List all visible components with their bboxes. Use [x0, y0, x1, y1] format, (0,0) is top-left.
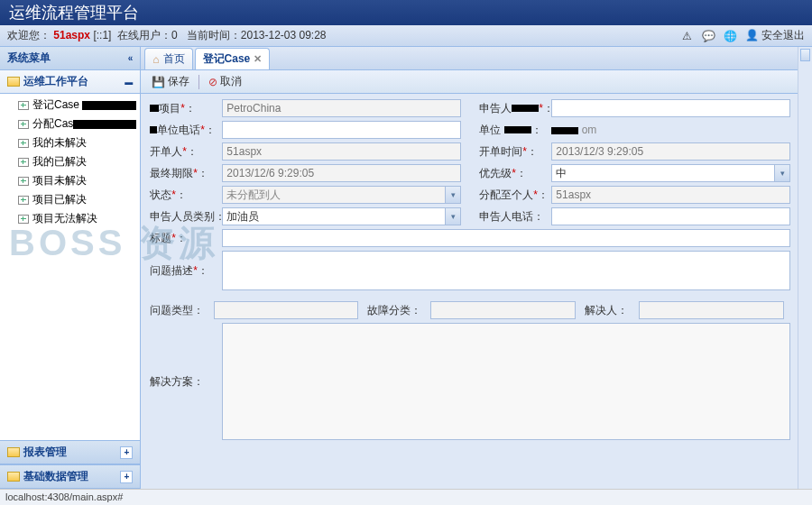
online-label: 在线用户： — [117, 29, 171, 41]
folder-icon — [7, 472, 20, 482]
project-input[interactable] — [222, 99, 461, 117]
form-area: 项目*： 申告人*： 单位电话*： 单位 ： om — [141, 94, 812, 489]
current-user: 51aspx — [53, 29, 90, 41]
solution-label: 解决方案： — [150, 374, 222, 390]
chevron-down-icon: ▾ — [774, 165, 789, 181]
alert-icon[interactable]: ⚠ — [680, 29, 695, 43]
expand-icon[interactable]: + — [120, 471, 133, 483]
nav-tree: 登记Case 分配Cas 我的未解决 我的已解决 项目未解决 项目已解决 项目无… — [0, 94, 140, 440]
title-label: 标题*： — [150, 231, 222, 246]
nav-proj-unresolved[interactable]: 项目未解决 — [0, 171, 140, 190]
assignee-input — [551, 186, 790, 204]
chevron-down-icon: ▾ — [445, 187, 460, 203]
title-input[interactable] — [222, 229, 790, 247]
nav-proj-cannot-resolve[interactable]: 项目无法解决 — [0, 209, 140, 228]
nav-my-unresolved[interactable]: 我的未解决 — [0, 133, 140, 152]
creator-input — [222, 142, 461, 161]
app-title: 运维流程管理平台 — [0, 0, 812, 25]
tab-home[interactable]: ⌂ 首页 — [144, 48, 192, 69]
unit-label: 单位 ： — [479, 123, 551, 138]
desc-label: 问题描述*： — [150, 263, 222, 279]
nav-proj-resolved[interactable]: 项目已解决 — [0, 190, 140, 209]
logout-button[interactable]: 👤 安全退出 — [745, 28, 805, 43]
tab-register-case[interactable]: 登记Case ✕ — [195, 48, 271, 69]
home-icon: ⌂ — [152, 53, 159, 66]
panel-collapse-icon[interactable]: ▬ — [125, 78, 133, 87]
nav-register-case[interactable]: 登记Case — [0, 96, 140, 115]
unit-display: om — [551, 124, 790, 136]
doc-icon — [18, 101, 29, 110]
reporter-phone-input[interactable] — [551, 207, 790, 225]
doc-icon — [18, 215, 29, 224]
separator — [198, 75, 199, 89]
nav-assign-case[interactable]: 分配Cas — [0, 115, 140, 133]
welcome-label: 欢迎您： — [7, 29, 51, 41]
time-label: 当前时间： — [187, 29, 241, 41]
creator-label: 开单人*： — [150, 144, 222, 160]
sidebar-header[interactable]: 系统菜单 « — [0, 47, 140, 70]
doc-icon — [18, 177, 29, 186]
issue-type-input — [214, 301, 358, 319]
resolver-label: 解决人： — [585, 303, 639, 318]
folder-icon — [7, 447, 20, 457]
status-label: 状态*： — [150, 188, 222, 203]
reporter-type-select[interactable]: 加油员▾ — [222, 207, 461, 225]
solution-textarea — [222, 323, 790, 440]
doc-icon — [18, 158, 29, 167]
reports-label: 报表管理 — [23, 445, 67, 460]
deadline-input[interactable] — [222, 164, 461, 182]
reporter-input[interactable] — [551, 99, 790, 117]
basedata-panel-header[interactable]: 基础数据管理 + — [0, 464, 140, 489]
create-time-label: 开单时间*： — [479, 144, 551, 160]
nav-my-resolved[interactable]: 我的已解决 — [0, 152, 140, 171]
globe-icon[interactable]: 🌐 — [724, 29, 738, 43]
reporter-type-label: 申告人员类别： — [150, 209, 222, 225]
reporter-label: 申告人*： — [479, 101, 551, 116]
unit-phone-input[interactable] — [222, 121, 461, 139]
tab-bar: ⌂ 首页 登记Case ✕ — [141, 47, 812, 70]
deadline-label: 最终期限*： — [150, 166, 222, 181]
scrollbar[interactable] — [798, 47, 812, 489]
user-ip: [::1] — [93, 29, 111, 41]
fault-class-label: 故障分类： — [367, 303, 430, 318]
unit-phone-label: 单位电话*： — [150, 123, 222, 138]
cancel-button[interactable]: ⊘取消 — [203, 72, 247, 91]
footer-url: localhost:4308/main.aspx# — [0, 489, 812, 505]
online-count: 0 — [171, 29, 178, 41]
sidebar-title: 系统菜单 — [7, 50, 51, 66]
cancel-icon: ⊘ — [208, 76, 217, 88]
status-bar: 欢迎您： 51aspx [::1] 在线用户：0 当前时间：2013-12-03… — [0, 25, 812, 47]
workspace-root-label: 运维工作平台 — [23, 74, 88, 89]
time-value: 2013-12-03 09:28 — [241, 29, 327, 41]
toolbar: 💾保存 ⊘取消 — [141, 70, 812, 94]
reporter-phone-label: 申告人电话： — [479, 209, 551, 225]
chat-icon[interactable]: 💬 — [702, 29, 716, 43]
sidebar: 系统菜单 « 运维工作平台 ▬ 登记Case 分配Cas 我的未解决 我的已解决… — [0, 47, 141, 489]
basedata-label: 基础数据管理 — [23, 469, 88, 484]
priority-select[interactable]: 中▾ — [551, 164, 790, 182]
assignee-label: 分配至个人*： — [479, 188, 551, 203]
project-label: 项目*： — [150, 101, 222, 116]
chevron-down-icon: ▾ — [445, 208, 460, 225]
fault-class-input — [430, 301, 576, 319]
status-select: 未分配到人▾ — [222, 186, 461, 204]
workspace-panel-header[interactable]: 运维工作平台 ▬ — [0, 70, 140, 94]
doc-icon — [18, 139, 29, 148]
create-time-input — [551, 142, 790, 161]
doc-icon — [18, 196, 29, 205]
doc-icon — [18, 120, 29, 129]
expand-icon[interactable]: + — [120, 446, 133, 459]
save-button[interactable]: 💾保存 — [146, 72, 195, 91]
priority-label: 优先级*： — [479, 166, 551, 181]
issue-type-label: 问题类型： — [150, 303, 214, 318]
desc-textarea[interactable] — [222, 251, 790, 290]
reports-panel-header[interactable]: 报表管理 + — [0, 440, 140, 464]
disk-icon: 💾 — [152, 76, 165, 88]
collapse-icon[interactable]: « — [128, 53, 134, 63]
folder-icon — [7, 77, 20, 87]
close-icon[interactable]: ✕ — [254, 53, 262, 65]
resolver-input — [639, 301, 784, 319]
